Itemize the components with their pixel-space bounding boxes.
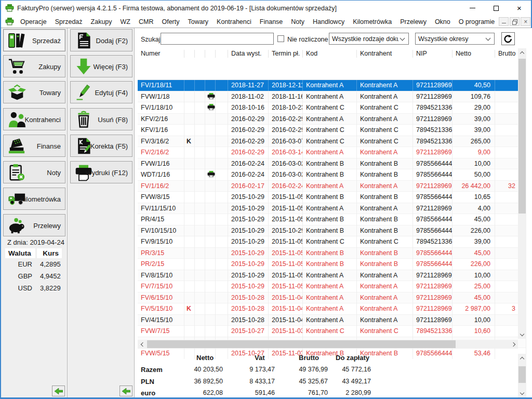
cell-data-wystawienia: 2015-10-29 [228, 203, 269, 215]
table-row[interactable]: FV/1/18/102018-10-162018-10-23Kontrahent… [138, 102, 526, 114]
col-header-netto[interactable]: Netto [453, 50, 495, 58]
table-row[interactable]: FVW/1/182018-11-022018-11-16Kontrahent A… [138, 91, 526, 103]
cell-kontrahent: Kontrahent B [357, 214, 413, 225]
cell-flag-printer [205, 125, 216, 136]
sidebar-item-kontrahenci[interactable]: Kontrahenci [3, 108, 65, 130]
col-header-data-wyst[interactable]: Data wyst. [228, 50, 269, 58]
cell-kod: Kontrahent A [303, 281, 357, 292]
col-header-kod[interactable]: Kod [303, 50, 357, 58]
table-row[interactable]: FV/4/15/102015-10-282015-11-04Kontrahent… [138, 315, 526, 326]
table-row[interactable]: KFV/1/162016-02-292016-02-29Kontrahent C… [138, 125, 526, 136]
cell-netto: 29,00 [453, 102, 495, 114]
rate-value: 3,8229 [37, 282, 62, 294]
scroll-up-arrow[interactable] [518, 48, 526, 57]
table-row[interactable]: WDT/1/162016-02-242016-03-02Kontrahent B… [138, 169, 526, 181]
mdi-restore-button[interactable] [510, 17, 520, 26]
menu-handlowcy[interactable]: Handlowcy [309, 17, 349, 27]
maximize-button[interactable] [484, 1, 508, 16]
table-row[interactable]: FV/6/15/102015-10-282015-11-04Kontrahent… [138, 292, 526, 304]
table-row[interactable]: FV/9/15/102015-10-292015-11-05Kontrahent… [138, 236, 526, 248]
menu-sprzedaz[interactable]: Sprzedaż [51, 17, 87, 27]
collapse-summary-button[interactable] [119, 385, 132, 396]
close-button[interactable]: × [508, 1, 531, 16]
table-row[interactable]: PR/3/152015-10-292015-11-05Kontrahent BK… [138, 248, 526, 259]
sidebar-item-kilometrowka[interactable]: Kilometrówka [3, 188, 65, 210]
mdi-close-button[interactable]: × [521, 17, 530, 26]
menu-przelewy[interactable]: Przelewy [396, 17, 431, 27]
action-wydruki-button[interactable]: Wydruki (F12) [70, 161, 132, 183]
table-row[interactable]: FV/7/15/102015-10-292015-11-05Kontrahent… [138, 281, 526, 292]
scroll-up-arrow[interactable] [518, 354, 526, 362]
table-row[interactable]: FVW/7/152015-10-272015-11-03Kontrahent C… [138, 326, 526, 337]
table-row[interactable]: FV/3/16/2K2016-02-292016-03-07Kontrahent… [138, 136, 526, 148]
action-usun-button[interactable]: Usuń (F8) [70, 108, 132, 130]
cell-netto: 10,00 [453, 158, 495, 170]
menu-towary[interactable]: Towary [184, 17, 213, 27]
table-row[interactable]: PR/4/152015-10-292015-11-05Kontrahent BK… [138, 214, 526, 225]
cell-kod: Kontrahent A [303, 303, 357, 315]
table-row[interactable]: FV/2/16/22016-02-292016-03-14Kontrahent … [138, 147, 526, 158]
menu-wz[interactable]: WZ [116, 17, 135, 27]
table-row[interactable]: FV/5/15/10K2015-10-282015-11-04Kontrahen… [138, 303, 526, 315]
scroll-left-arrow[interactable] [138, 340, 146, 349]
scroll-down-arrow[interactable] [518, 389, 526, 397]
menu-zakupy[interactable]: Zakupy [87, 17, 116, 27]
col-header-nip[interactable]: NIP [413, 50, 453, 58]
menu-cmr[interactable]: CMR [135, 17, 157, 27]
sidebar-item-towary[interactable]: Towary [3, 81, 65, 103]
menu-kontrahenci[interactable]: Kontrahenci [212, 17, 256, 27]
sidebar-item-sprzedaz[interactable]: Sprzedaż [3, 29, 65, 51]
minimize-button[interactable] [461, 1, 484, 16]
document-type-dropdown[interactable]: Wszystkie rodzaje dokumentów [329, 33, 409, 45]
nie-rozliczone-checkbox[interactable] [277, 35, 284, 42]
menu-noty[interactable]: Noty [287, 17, 309, 27]
col-header-numer[interactable]: Numer [138, 50, 184, 58]
menu-oferty[interactable]: Oferty [157, 17, 183, 27]
table-row[interactable]: FV/11/15/102015-10-292015-11-05Kontrahen… [138, 203, 526, 215]
scrollbar-thumb[interactable] [518, 366, 526, 383]
cell-nip: 9721128969 [413, 203, 453, 215]
menu-kilometrowka[interactable]: Kilometrówka [349, 17, 396, 27]
action-korekta-button[interactable]: Korekta (F5) [70, 135, 132, 157]
cell-netto: 39,00 [453, 114, 495, 125]
action-edytuj-button[interactable]: Edytuj (F4) [70, 81, 132, 103]
cell-nip: 9721128969 [413, 80, 453, 91]
table-row[interactable]: FV/1/18/112018-11-272018-12-11Kontrahent… [138, 80, 526, 91]
period-dropdown[interactable]: Wszystkie okresy [415, 33, 495, 45]
menu-okno[interactable]: Okno [431, 17, 455, 27]
table-row[interactable]: FVW/1/162016-02-242016-03-02Kontrahent B… [138, 158, 526, 170]
action-wiecej-button[interactable]: Więcej (F3) [70, 55, 132, 77]
cell-data-wystawienia: 2015-10-27 [228, 326, 269, 337]
table-vertical-scrollbar[interactable] [518, 48, 526, 339]
col-header-termin[interactable]: Termin pł. [269, 50, 303, 58]
table-row[interactable]: KFV/2/162016-02-292016-02-29Kontrahent A… [138, 114, 526, 125]
sidebar-item-zakupy[interactable]: Zakupy [3, 55, 65, 77]
collapse-sidebar-button[interactable] [52, 385, 65, 396]
menu-operacje[interactable]: Operacje [16, 17, 51, 27]
action-dodaj-button[interactable]: Dodaj (F2) [70, 29, 132, 51]
refresh-button[interactable] [501, 32, 515, 45]
table-row[interactable]: PR/2/152015-10-292015-11-05Kontrahent BK… [138, 259, 526, 270]
scrollbar-thumb[interactable] [518, 59, 526, 214]
table-row[interactable]: FV/1/16/22016-02-172016-02-24Kontrahent … [138, 181, 526, 192]
mdi-minimize-button[interactable] [499, 17, 509, 26]
col-header-flag3[interactable] [205, 50, 216, 58]
sidebar-item-przelewy[interactable]: Przelewy [3, 214, 65, 236]
sidebar-item-noty[interactable]: Noty [3, 161, 65, 183]
menu-finanse[interactable]: Finanse [256, 17, 287, 27]
col-header-flag1[interactable] [184, 50, 195, 58]
col-header-kontrahent[interactable]: Kontrahent [357, 50, 413, 58]
search-input[interactable] [161, 33, 274, 45]
col-header-flag2[interactable] [195, 50, 205, 58]
sidebar-item-finanse[interactable]: Finanse [3, 135, 65, 157]
scroll-right-arrow[interactable] [510, 340, 518, 349]
menu-o-programie[interactable]: O programie [455, 17, 499, 27]
scroll-down-arrow[interactable] [518, 330, 526, 339]
scrollbar-thumb[interactable] [147, 340, 456, 348]
table-row[interactable]: FV/8/15/102015-10-292015-11-05Kontrahent… [138, 270, 526, 282]
table-row[interactable]: FVW/8/152015-10-292015-11-05Kontrahent B… [138, 192, 526, 203]
summary-vertical-scrollbar[interactable] [518, 354, 526, 397]
table-horizontal-scrollbar[interactable] [138, 340, 518, 349]
col-header-flag4[interactable] [216, 50, 228, 58]
table-row[interactable]: FV/10/15/102015-10-292015-10-29Kontrahen… [138, 225, 526, 237]
